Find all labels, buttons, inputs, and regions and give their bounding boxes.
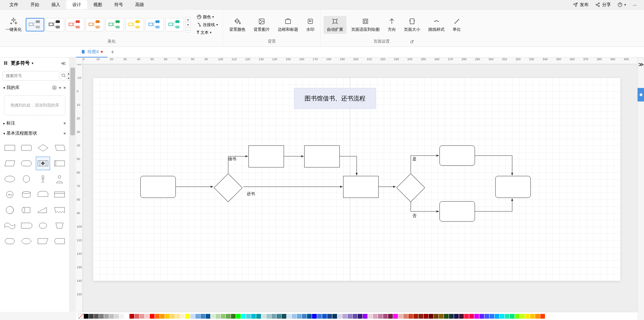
fc-process-1[interactable]: [248, 145, 284, 167]
color-swatch[interactable]: [327, 314, 332, 319]
menu-item[interactable]: 高级: [129, 0, 150, 9]
color-swatch[interactable]: [469, 314, 474, 319]
shape-item[interactable]: [36, 172, 50, 186]
fc-decision-1[interactable]: [214, 174, 243, 202]
shape-item[interactable]: [52, 188, 67, 201]
theme-thumb[interactable]: [26, 18, 44, 31]
shape-item[interactable]: Yes: [3, 188, 17, 201]
expand-right-panel-button[interactable]: ≫: [638, 58, 644, 71]
auto-beautify-button[interactable]: 一键美化: [3, 16, 24, 34]
color-swatch[interactable]: [114, 314, 119, 319]
shape-item[interactable]: [3, 172, 17, 186]
menu-item[interactable]: 视图: [87, 0, 108, 9]
color-swatch[interactable]: [221, 314, 225, 319]
color-swatch[interactable]: [510, 314, 515, 319]
color-swatch[interactable]: [363, 314, 367, 319]
search-button[interactable]: [61, 71, 66, 81]
theme-text-button[interactable]: T 文本▾: [195, 29, 220, 36]
shape-item[interactable]: [3, 219, 17, 232]
color-swatch[interactable]: [490, 314, 494, 319]
color-swatch[interactable]: [525, 314, 530, 319]
color-swatch[interactable]: [358, 314, 362, 319]
auto-expand-button[interactable]: 自动扩展: [324, 16, 347, 34]
color-swatch[interactable]: [124, 314, 129, 319]
color-swatch[interactable]: [150, 314, 154, 319]
shape-item[interactable]: [3, 157, 17, 170]
color-swatch[interactable]: [271, 314, 276, 319]
jump-style-button[interactable]: 跳线样式: [425, 16, 448, 34]
close-icon[interactable]: ×: [63, 121, 66, 126]
color-swatch[interactable]: [342, 314, 347, 319]
color-swatch[interactable]: [393, 314, 398, 319]
shape-item[interactable]: [19, 157, 34, 170]
color-swatch[interactable]: [277, 314, 281, 319]
add-tab-button[interactable]: +: [108, 47, 117, 57]
theme-thumb[interactable]: [165, 18, 184, 31]
scrollbar-thumb[interactable]: [70, 68, 75, 135]
color-swatch[interactable]: [185, 314, 190, 319]
fc-start[interactable]: [140, 176, 176, 198]
color-swatch[interactable]: [155, 314, 160, 319]
color-swatch[interactable]: [474, 314, 479, 319]
color-swatch[interactable]: [337, 314, 342, 319]
color-swatch[interactable]: [424, 314, 428, 319]
color-swatch[interactable]: [266, 314, 271, 319]
color-swatch[interactable]: [94, 314, 99, 319]
fc-process-2[interactable]: [304, 145, 340, 167]
color-swatch[interactable]: [530, 314, 535, 319]
color-swatch[interactable]: [439, 314, 444, 319]
color-swatch[interactable]: [109, 314, 114, 319]
color-swatch[interactable]: [104, 314, 109, 319]
color-swatch[interactable]: [353, 314, 357, 319]
color-swatch[interactable]: [180, 314, 185, 319]
shape-item[interactable]: [19, 141, 34, 155]
add-icon[interactable]: +: [59, 85, 62, 90]
section-annotation[interactable]: ▸ 标注 ×: [0, 118, 69, 128]
color-swatch[interactable]: [292, 314, 296, 319]
publish-button[interactable]: 发布: [570, 2, 592, 8]
theme-thumb[interactable]: [66, 18, 84, 31]
theme-thumb[interactable]: [125, 18, 144, 31]
border-title-button[interactable]: 边框和标题: [275, 16, 302, 34]
color-swatch[interactable]: [206, 314, 210, 319]
bg-image-button[interactable]: 背景图片: [250, 16, 273, 34]
color-swatch[interactable]: [322, 314, 327, 319]
theme-connector-button[interactable]: 连接线▾: [195, 21, 220, 28]
fc-decision-2[interactable]: [397, 174, 425, 202]
color-swatch[interactable]: [419, 314, 423, 319]
color-swatch[interactable]: [287, 314, 291, 319]
color-swatch[interactable]: [170, 314, 175, 319]
dialog-launcher-icon[interactable]: [410, 40, 414, 44]
color-swatch[interactable]: [261, 314, 266, 319]
watermark-button[interactable]: 水印: [303, 16, 318, 34]
fc-end[interactable]: [495, 176, 531, 198]
color-swatch[interactable]: [256, 314, 261, 319]
help-button[interactable]: ▾: [614, 2, 629, 7]
collapse-ribbon-button[interactable]: ︿: [629, 2, 641, 8]
menu-item[interactable]: 文件: [3, 0, 24, 9]
color-swatch[interactable]: [226, 314, 231, 319]
sidebar-scrollbar[interactable]: [70, 58, 76, 312]
color-swatch[interactable]: [332, 314, 337, 319]
shape-item[interactable]: [52, 141, 67, 155]
color-swatch[interactable]: [241, 314, 246, 319]
fc-process-4[interactable]: [439, 145, 475, 166]
color-swatch[interactable]: [129, 314, 134, 319]
color-swatch[interactable]: [236, 314, 241, 319]
color-swatch[interactable]: [312, 314, 317, 319]
shape-item[interactable]: [52, 172, 67, 186]
shape-item[interactable]: [36, 234, 50, 248]
color-swatch[interactable]: [464, 314, 469, 319]
color-swatch[interactable]: [307, 314, 312, 319]
shape-item[interactable]: [19, 203, 34, 217]
direction-button[interactable]: 方向: [384, 16, 399, 34]
color-swatch[interactable]: [175, 314, 180, 319]
color-swatch[interactable]: [515, 314, 520, 319]
color-swatch[interactable]: [246, 314, 251, 319]
color-swatch[interactable]: [413, 314, 418, 319]
shape-item[interactable]: [52, 157, 67, 170]
import-icon[interactable]: [52, 85, 57, 90]
page-size-button[interactable]: 页面大小: [401, 16, 424, 34]
color-swatch[interactable]: [459, 314, 464, 319]
flowchart-title[interactable]: 图书馆借书、还书流程: [294, 88, 376, 109]
